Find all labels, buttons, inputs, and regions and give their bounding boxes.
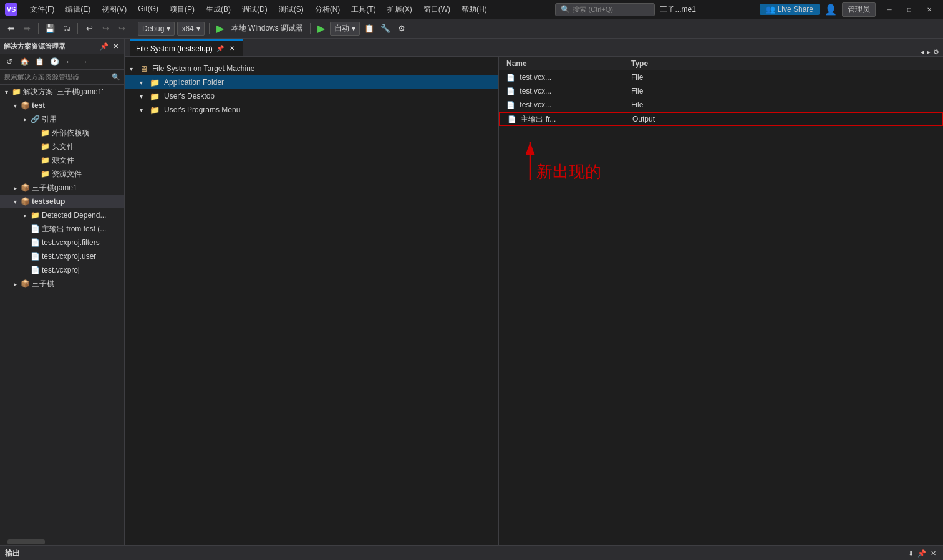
tree-item-testsetup[interactable]: ▾ 📦 testsetup <box>0 195 124 208</box>
fs-programs[interactable]: ▾ 📁 User's Programs Menu <box>125 103 498 117</box>
menu-build[interactable]: 生成(B) <box>201 2 236 17</box>
tree-item-game1[interactable]: ▸ 📦 三子棋game1 <box>0 181 124 195</box>
file-row-2[interactable]: 📄 test.vcx... File <box>499 84 943 98</box>
expand-refs[interactable]: ▸ <box>20 114 30 124</box>
run-button-2[interactable]: ▶ <box>315 22 327 34</box>
tree-item-ext-deps[interactable]: ▸ 📁 外部依赖项 <box>0 126 124 140</box>
menu-extensions[interactable]: 扩展(X) <box>382 2 417 17</box>
redo-btn2[interactable]: ↪ <box>115 22 128 36</box>
tree-item-main-output[interactable]: ▸ 📄 主输出 from test (... <box>0 222 124 236</box>
menu-analyze[interactable]: 分析(N) <box>310 2 346 17</box>
expand-detected[interactable]: ▸ <box>20 210 30 220</box>
tree-item-resources[interactable]: ▸ 📁 资源文件 <box>0 167 124 181</box>
menu-test[interactable]: 测试(S) <box>274 2 309 17</box>
menu-window[interactable]: 窗口(W) <box>418 2 455 17</box>
se-nav-fwd[interactable]: → <box>77 55 91 69</box>
testsetup-label: testsetup <box>32 197 65 206</box>
se-close-button[interactable]: ✕ <box>110 41 120 51</box>
minimize-button[interactable]: ─ <box>881 3 898 16</box>
expand-test[interactable]: ▾ <box>10 100 20 110</box>
tree-item-sources[interactable]: ▸ 📁 源文件 <box>0 153 124 167</box>
back-button[interactable]: ⬅ <box>4 22 17 36</box>
menu-git[interactable]: Git(G) <box>133 2 163 17</box>
menu-debug[interactable]: 调试(D) <box>237 2 273 17</box>
tree-item-test[interactable]: ▾ 📦 test <box>0 99 124 112</box>
debug-mode-dropdown[interactable]: Debug ▾ <box>138 22 175 36</box>
tree-item-headers[interactable]: ▸ 📁 头文件 <box>0 140 124 153</box>
se-history-button[interactable]: 🕐 <box>47 55 61 69</box>
menu-project[interactable]: 项目(P) <box>165 2 200 17</box>
platform-dropdown[interactable]: x64 ▾ <box>177 22 204 36</box>
tree-item-chess[interactable]: ▸ 📦 三子棋 <box>0 277 124 291</box>
toolbar-extra3[interactable]: ⚙ <box>395 22 409 36</box>
tab-scroll-right[interactable]: ▸ <box>927 48 931 56</box>
menu-file[interactable]: 文件(F) <box>25 2 59 17</box>
toolbar-extra2[interactable]: 🔧 <box>379 22 392 36</box>
admin-button[interactable]: 管理员 <box>842 2 876 17</box>
tree-item-user[interactable]: ▸ 📄 test.vcxproj.user <box>0 249 124 263</box>
menu-help[interactable]: 帮助(H) <box>457 2 492 17</box>
maximize-button[interactable]: □ <box>901 3 918 16</box>
se-pin-button[interactable]: 📌 <box>99 41 109 51</box>
expand-testsetup[interactable]: ▾ <box>10 196 20 206</box>
file-system-tab[interactable]: File System (testsetup) 📌 ✕ <box>130 39 243 56</box>
file-row-highlighted[interactable]: 📄 主输出 fr... Output <box>499 112 943 126</box>
fs-root[interactable]: ▾ 🖥 File System on Target Machine <box>125 62 498 75</box>
expand-desktop[interactable]: ▾ <box>140 93 147 100</box>
expand-fs-root[interactable]: ▾ <box>130 65 137 72</box>
search-placeholder: 搜索 (Ctrl+Q) <box>573 5 612 14</box>
search-box[interactable]: 🔍 搜索 (Ctrl+Q) <box>555 3 655 16</box>
tree-item-filters[interactable]: ▸ 📄 test.vcxproj.filters <box>0 236 124 249</box>
chess-label: 三子棋 <box>32 279 54 289</box>
tab-settings-icon[interactable]: ⚙ <box>933 48 939 56</box>
auto-dropdown[interactable]: 自动 ▾ <box>330 22 360 36</box>
output-close-btn[interactable]: ✕ <box>928 548 938 558</box>
se-scroll-thumb[interactable] <box>7 539 45 544</box>
menu-tools[interactable]: 工具(T) <box>346 2 380 17</box>
run-button[interactable]: ▶ <box>214 22 226 34</box>
user-icon[interactable]: 👤 <box>825 4 837 16</box>
expand-app[interactable]: ▾ <box>140 79 147 86</box>
se-sync-button[interactable]: ↺ <box>2 55 16 69</box>
expand-game1[interactable]: ▸ <box>10 183 20 193</box>
fs-right-panel: Name Type 📄 test.vcx... File 📄 test.vcx.… <box>499 57 943 545</box>
tree-item-detected[interactable]: ▸ 📁 Detected Depend... <box>0 208 124 222</box>
expand-solution[interactable]: ▾ <box>1 87 11 97</box>
fs-desktop[interactable]: ▾ 📁 User's Desktop <box>125 89 498 103</box>
main-toolbar: ⬅ ➡ 💾 🗂 ↩ ↪ ↪ Debug ▾ x64 ▾ ▶ 本地 Windows… <box>0 19 943 39</box>
save-button[interactable]: 💾 <box>43 22 57 36</box>
output-pin-btn[interactable]: 📌 <box>917 548 927 558</box>
live-share-button[interactable]: 👥 Live Share <box>760 4 820 15</box>
expand-programs[interactable]: ▾ <box>140 107 147 113</box>
output-scroll-btn[interactable]: ⬇ <box>906 548 916 558</box>
expand-chess[interactable]: ▸ <box>10 279 20 289</box>
headers-label: 头文件 <box>52 142 74 152</box>
tree-item-vcxproj[interactable]: ▸ 📄 test.vcxproj <box>0 263 124 277</box>
tab-close-button[interactable]: ✕ <box>228 44 236 53</box>
file-row-3[interactable]: 📄 test.vcx... File <box>499 98 943 112</box>
redo-button[interactable]: ↪ <box>99 22 112 36</box>
se-search-icon[interactable]: 🔍 <box>112 73 120 81</box>
menu-bar: 文件(F) 编辑(E) 视图(V) Git(G) 项目(P) 生成(B) 调试(… <box>25 2 492 17</box>
tab-bar: File System (testsetup) 📌 ✕ ◂ ▸ ⚙ <box>125 39 943 57</box>
menu-view[interactable]: 视图(V) <box>97 2 132 17</box>
file-row-1[interactable]: 📄 test.vcx... File <box>499 70 943 84</box>
menu-edit[interactable]: 编辑(E) <box>60 2 95 17</box>
tab-scroll-left[interactable]: ◂ <box>921 48 924 56</box>
game1-label: 三子棋game1 <box>32 183 77 193</box>
se-props-button[interactable]: 📋 <box>32 55 46 69</box>
run-target-label: 本地 Windows 调试器 <box>229 23 306 34</box>
tree-item-refs[interactable]: ▸ 🔗 引用 <box>0 112 124 126</box>
se-home-button[interactable]: 🏠 <box>17 55 31 69</box>
tree-item-solution[interactable]: ▾ 📁 解决方案 '三子棋game1' <box>0 85 124 99</box>
tab-pin-icon[interactable]: 📌 <box>216 45 224 52</box>
detected-icon: 📁 <box>30 210 40 220</box>
undo-button[interactable]: ↩ <box>82 22 96 36</box>
close-button[interactable]: ✕ <box>921 3 938 16</box>
se-scrollbar[interactable] <box>0 538 124 545</box>
forward-button[interactable]: ➡ <box>20 22 34 36</box>
toolbar-extra1[interactable]: 📋 <box>362 22 376 36</box>
se-nav-back[interactable]: ← <box>62 55 76 69</box>
save-all-button[interactable]: 🗂 <box>59 22 73 36</box>
fs-app-folder[interactable]: ▾ 📁 Application Folder <box>125 75 498 89</box>
